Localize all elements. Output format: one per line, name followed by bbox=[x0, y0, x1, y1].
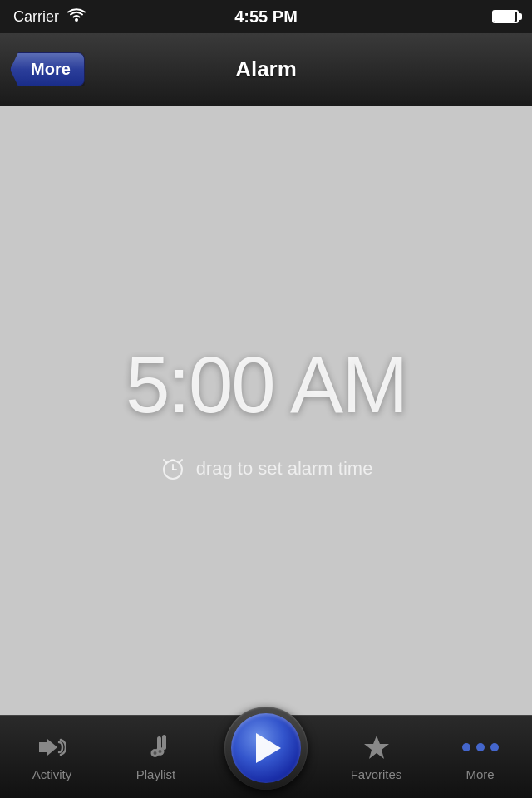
status-bar: Carrier 4:55 PM bbox=[0, 0, 532, 33]
back-button-label: More bbox=[31, 60, 71, 79]
tab-bar: Activity Playlist bbox=[0, 715, 532, 798]
tab-play[interactable] bbox=[208, 716, 324, 798]
dot-1 bbox=[462, 743, 470, 751]
battery-indicator bbox=[492, 10, 519, 23]
play-button-area bbox=[223, 705, 309, 791]
status-left: Carrier bbox=[13, 8, 86, 26]
play-triangle-icon bbox=[256, 733, 281, 763]
svg-marker-7 bbox=[47, 739, 57, 756]
dot-2 bbox=[476, 743, 485, 751]
svg-point-12 bbox=[153, 751, 156, 755]
more-icon bbox=[466, 732, 495, 762]
svg-marker-14 bbox=[364, 736, 389, 759]
activity-icon bbox=[37, 732, 67, 762]
tab-more[interactable]: More bbox=[428, 716, 532, 798]
favorites-icon bbox=[362, 732, 392, 762]
tab-favorites[interactable]: Favorites bbox=[324, 716, 428, 798]
tab-activity[interactable]: Activity bbox=[0, 716, 104, 798]
more-dots bbox=[462, 743, 499, 751]
tab-favorites-label: Favorites bbox=[351, 767, 402, 781]
nav-bar: More Alarm bbox=[0, 33, 532, 106]
tab-activity-label: Activity bbox=[32, 767, 72, 781]
alarm-hint: drag to set alarm time bbox=[160, 456, 373, 482]
page-title: Alarm bbox=[235, 57, 297, 82]
play-button-outer bbox=[224, 707, 308, 790]
alarm-clock-icon bbox=[160, 456, 186, 482]
svg-point-13 bbox=[158, 750, 161, 753]
svg-line-5 bbox=[180, 460, 182, 462]
tab-playlist-label: Playlist bbox=[136, 767, 176, 781]
svg-rect-6 bbox=[39, 742, 47, 752]
wifi-icon bbox=[67, 8, 86, 26]
alarm-hint-text: drag to set alarm time bbox=[196, 458, 373, 480]
main-content: 5:00 AM drag to set alarm time bbox=[0, 106, 532, 715]
svg-point-0 bbox=[75, 18, 78, 22]
tab-more-label: More bbox=[466, 767, 494, 781]
carrier-label: Carrier bbox=[13, 8, 59, 26]
dot-3 bbox=[490, 743, 499, 751]
battery-icon bbox=[492, 10, 519, 23]
play-button-inner bbox=[231, 713, 301, 783]
tab-playlist[interactable]: Playlist bbox=[104, 716, 208, 798]
svg-line-4 bbox=[164, 460, 166, 462]
svg-rect-9 bbox=[162, 735, 166, 750]
status-time: 4:55 PM bbox=[234, 7, 298, 27]
back-button[interactable]: More bbox=[10, 52, 85, 86]
alarm-time-display: 5:00 AM bbox=[126, 339, 406, 431]
playlist-icon bbox=[141, 732, 171, 762]
